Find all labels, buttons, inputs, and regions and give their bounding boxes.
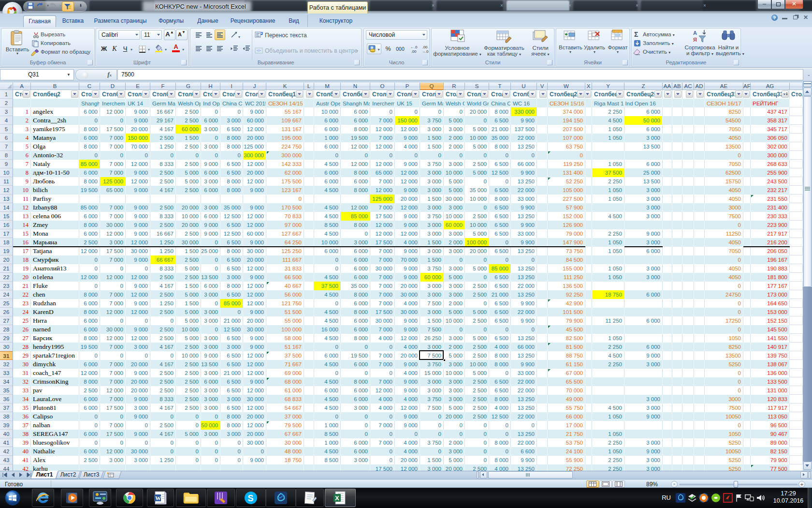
svg-text:Я: Я (693, 37, 697, 43)
svg-text:W: W (155, 495, 161, 502)
svg-text:X: X (335, 494, 339, 502)
svg-text:А: А (693, 30, 697, 36)
svg-text:S: S (248, 493, 254, 503)
